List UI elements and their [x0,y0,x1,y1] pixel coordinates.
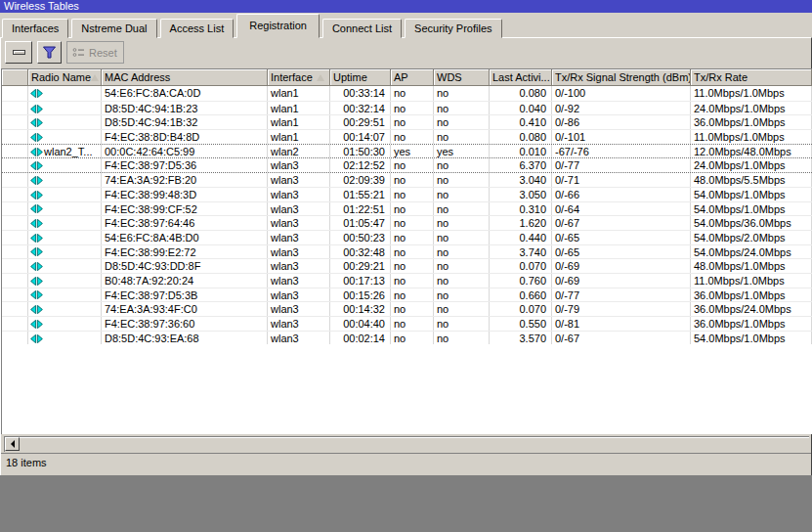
cell-wds: no [434,130,490,144]
cell-flags [2,245,28,259]
tab-label: Interfaces [12,22,59,34]
cell-uptime: 00:50:23 [330,231,391,244]
table-row[interactable]: F4:EC:38:97:D5:36wlan302:12:52nono6.3700… [2,157,812,172]
table-row[interactable]: F4:EC:38:99:48:3Dwlan301:55:21nono3.0500… [2,187,812,201]
column-header-tx-rx-signal-strength-dbm[interactable]: Tx/Rx Signal Strength (dBm) [552,69,691,86]
cell-tx-rx-rate: 54.0Mbps/24.0Mbps [691,245,812,259]
cell-ap: no [391,188,434,201]
cell-signal-strength: 0/-86 [552,115,691,129]
table-row[interactable]: wlan2_T...00:0C:42:64:C5:99wlan201:50:30… [2,144,812,158]
table-row[interactable]: D8:5D:4C:94:1B:32wlan100:29:51nono0.4100… [2,114,812,129]
column-header-interface[interactable]: Interface [268,69,330,86]
remove-button[interactable] [5,41,32,64]
column-header-tx-rx-rate[interactable]: Tx/Rx Rate [691,69,812,86]
cell-ap: no [391,130,434,144]
table-row[interactable]: F4:EC:38:99:E2:72wlan300:32:48nono3.7400… [2,244,812,259]
tab-connect-list[interactable]: Connect List [322,19,402,38]
tab-access-list[interactable]: Access List [160,19,235,38]
tab-nstreme-dual[interactable]: Nstreme Dual [71,19,156,38]
cell-mac-address: 74:EA:3A:93:4F:C0 [102,302,268,316]
wireless-client-icon [30,247,43,256]
cell-wds: no [434,317,490,331]
cell-tx-rx-rate: 11.0Mbps/1.0Mbps [691,274,812,288]
cell-signal-strength: 0/-67 [552,332,691,345]
cell-wds: no [434,102,490,115]
column-header-ap[interactable]: AP [391,69,434,86]
table-row[interactable]: D8:5D:4C:94:1B:23wlan100:32:14nono0.0400… [2,101,812,115]
table-body: 54:E6:FC:8A:CA:0Dwlan100:33:14nono0.0800… [2,86,812,344]
tab-label: Nstreme Dual [81,22,147,34]
column-header-last-activi[interactable]: Last Activi... [490,69,552,86]
cell-last-activity: 3.040 [490,173,552,187]
wireless-tables-window: Wireless Tables InterfacesNstreme DualAc… [0,0,812,475]
filter-button[interactable] [37,41,62,64]
cell-radio-name [28,115,102,129]
cell-flags [2,102,28,115]
tab-security-profiles[interactable]: Security Profiles [405,19,501,38]
cell-wds: yes [434,145,490,158]
cell-flags [2,115,28,129]
window-titlebar[interactable]: Wireless Tables [0,0,812,13]
cell-flags [2,130,28,144]
cell-interface: wlan3 [268,216,330,230]
cell-interface: wlan1 [268,115,330,129]
table-row[interactable]: F4:EC:38:97:64:46wlan301:05:47nono1.6200… [2,215,812,230]
column-header-uptime[interactable]: Uptime [330,69,391,86]
column-header-blank[interactable] [2,69,28,86]
cell-radio-name [28,202,102,216]
table-row[interactable]: F4:EC:38:97:D5:3Bwlan300:15:26nono0.6600… [2,288,812,302]
column-header-radio-name[interactable]: Radio Name [28,69,102,86]
cell-uptime: 01:22:51 [330,202,391,216]
table-row[interactable]: 74:EA:3A:93:4F:C0wlan300:14:32nono0.0700… [2,301,812,316]
horizontal-scrollbar[interactable] [4,436,809,452]
wireless-client-icon [30,148,43,156]
scrollbar-track[interactable] [20,437,809,452]
table-row[interactable]: 54:E6:FC:8A:4B:D0wlan300:50:23nono0.4400… [2,230,812,244]
table-row[interactable]: F4:EC:38:97:36:60wlan300:04:40nono0.5500… [2,316,812,331]
table-row[interactable]: D8:5D:4C:93:EA:68wlan300:02:14nono3.5700… [2,331,812,345]
reset-button[interactable]: Reset [66,41,124,64]
cell-flags [2,231,28,244]
wireless-client-icon [30,133,43,142]
cell-ap: no [391,158,434,172]
table-row[interactable]: D8:5D:4C:93:DD:8Fwlan300:29:21nono0.0700… [2,258,812,273]
column-header-mac-address[interactable]: MAC Address [102,69,268,86]
table-row[interactable]: 54:E6:FC:8A:CA:0Dwlan100:33:14nono0.0800… [2,86,812,101]
tab-bar: InterfacesNstreme DualAccess ListRegistr… [2,13,505,38]
cell-last-activity: 0.440 [490,231,552,244]
cell-radio-name [28,274,102,288]
cell-flags [2,173,28,187]
column-header-label: Interface [271,70,313,85]
cell-signal-strength: 0/-77 [552,288,691,302]
column-header-label: Radio Name [31,70,91,85]
cell-interface: wlan3 [268,173,330,187]
column-header-wds[interactable]: WDS [434,69,490,86]
cell-signal-strength: 0/-69 [552,274,691,288]
column-header-label: WDS [437,70,462,85]
tab-interfaces[interactable]: Interfaces [2,19,68,38]
cell-flags [2,158,28,172]
table-row[interactable]: B0:48:7A:92:20:24wlan300:17:13nono0.7600… [2,273,812,288]
cell-wds: no [434,158,490,172]
cell-last-activity: 0.410 [490,115,552,129]
cell-ap: no [391,245,434,259]
cell-tx-rx-rate: 24.0Mbps/1.0Mbps [691,158,812,172]
cell-tx-rx-rate: 36.0Mbps/24.0Mbps [691,302,812,316]
cell-flags [2,317,28,331]
cell-interface: wlan3 [268,158,330,172]
cell-radio-name [28,317,102,331]
wireless-client-icon [30,334,43,343]
table-row[interactable]: 74:EA:3A:92:FB:20wlan302:09:39nono3.0400… [2,172,812,187]
wireless-client-icon [30,204,43,213]
cell-wds: no [434,86,490,101]
tab-registration[interactable]: Registration [236,14,320,38]
table-row[interactable]: F4:EC:38:8D:B4:8Dwlan100:14:07nono0.0800… [2,129,812,144]
scroll-left-button[interactable] [5,437,20,451]
funnel-icon [43,46,56,59]
scroll-left-arrow-icon [11,440,15,448]
cell-uptime: 00:32:48 [330,245,391,259]
cell-uptime: 00:04:40 [330,317,391,331]
table-row[interactable]: F4:EC:38:99:CF:52wlan301:22:51nono0.3100… [2,201,812,216]
cell-interface: wlan1 [268,130,330,144]
wireless-client-icon [30,118,43,127]
